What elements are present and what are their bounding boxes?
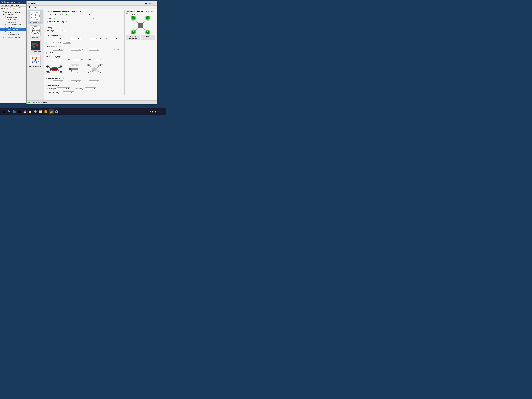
close-button[interactable]: ✕	[152, 2, 156, 5]
nav-sensor-information[interactable]: Sensor Information	[28, 10, 43, 24]
gyro-row: X Y Z Temperature (C)	[46, 48, 123, 54]
yaw-input[interactable]	[94, 59, 105, 61]
roll-input[interactable]	[53, 59, 63, 61]
sensor-status-section: Sensor and Motor Speed Controller Status…	[46, 10, 123, 23]
gyro-z-input[interactable]	[89, 48, 99, 51]
taskbar-edge[interactable]: 🌐	[12, 109, 17, 114]
pitch-input[interactable]	[73, 59, 84, 61]
edge-icon: 🌐	[13, 110, 16, 113]
taskbar-firefox[interactable]: 🦊	[22, 109, 27, 114]
status-imu: Orientation Sensor (IMU) ✔	[46, 13, 87, 16]
gyro-x-input[interactable]	[53, 48, 63, 51]
cm-menu-help[interactable]: Help	[15, 4, 19, 6]
taskbar-file-explorer[interactable]: 📁	[27, 109, 33, 114]
status-pressure: Pressure Sensor ✔	[89, 13, 123, 16]
help-icon[interactable]: ❓	[18, 7, 21, 10]
svg-point-44	[59, 65, 62, 66]
taskbar-start[interactable]: ⊞	[1, 109, 6, 114]
cm-menu-view[interactable]: View	[10, 4, 15, 6]
taskbar-image[interactable]: 🖼️	[43, 109, 49, 114]
speed-ctrl-help-button[interactable]: Help	[141, 35, 155, 40]
height-input[interactable]	[63, 91, 74, 94]
tree-item-disk-management[interactable]: 💿Disk Management	[0, 33, 28, 36]
svg-line-58	[89, 65, 93, 68]
minimize-button[interactable]: ─	[144, 2, 148, 5]
qx-menu-help[interactable]: Help	[32, 6, 37, 8]
taskbar-shield[interactable]: 🛡️	[33, 109, 38, 114]
maximize-button[interactable]: □	[148, 2, 152, 5]
back-icon[interactable]: ◀	[1, 7, 3, 10]
accel-z-input[interactable]	[89, 38, 99, 40]
compass-y-label: Y	[64, 81, 70, 82]
properties-icon[interactable]: ℹ	[16, 7, 18, 10]
taskbar-date: 12/22/2	[160, 112, 165, 114]
gyroscope-section: Gyroscope (deg/s) X Y Z Temperature (C)	[46, 45, 123, 54]
windows-icon: ⊞	[3, 110, 5, 113]
taskbar-time: 11:07	[160, 110, 165, 112]
up-icon[interactable]: ⬆	[6, 7, 8, 10]
speed-ctrl-buttons: ESC ID Assignment Help	[126, 35, 155, 40]
svg-point-8	[35, 15, 36, 17]
tree-item-system-tools[interactable]: ▼ 🔧 System Tools	[0, 13, 28, 16]
taskbar-clock[interactable]: 11:07 12/22/2	[160, 110, 165, 114]
tree-item-local-users[interactable]: 👥Local Users and Grou	[0, 23, 28, 26]
compass-x-input[interactable]	[53, 81, 63, 83]
tree-item-device-manager[interactable]: 💻Device Manager	[0, 28, 28, 31]
nav-device-information[interactable]: Device Information	[28, 54, 43, 68]
accel-x-label: X	[46, 38, 52, 40]
enable-testing-checkbox[interactable]	[126, 13, 128, 15]
esc-id-assignment-button[interactable]: ESC ID Assignment	[126, 35, 140, 40]
svg-point-18	[32, 43, 35, 45]
folder-icon[interactable]: 📂	[13, 7, 16, 10]
accel-x-input[interactable]	[53, 38, 63, 40]
enable-testing-row: Enable Testing	[126, 13, 155, 15]
tree-item-services[interactable]: ⚙️Services and Applicatio	[0, 36, 28, 38]
gyro-temp-input[interactable]	[46, 52, 54, 54]
magnitude-input[interactable]	[109, 38, 119, 40]
esc-label: Speed Controllers (ESC)	[46, 21, 64, 23]
gyro-temp-label: Temperature (C)	[111, 48, 122, 50]
taskbar-chrome[interactable]: ⬤	[17, 109, 22, 114]
gyro-y-input[interactable]	[71, 48, 81, 51]
svg-line-69	[97, 71, 97, 74]
svg-point-22	[32, 45, 33, 46]
sensor-data-panel: Sensor and Motor Speed Controller Status…	[46, 10, 124, 95]
cm-tree-content: ▼ 🖥️ Computer Management (Lo ▼ 🔧 System …	[0, 10, 28, 39]
forward-icon[interactable]: ▶	[3, 7, 6, 10]
gyro-title: Gyroscope (deg/s)	[46, 45, 123, 47]
tree-item-computer-management[interactable]: ▼ 🖥️ Computer Management (Lo	[0, 11, 28, 13]
cm-menu-file[interactable]: File	[1, 4, 4, 6]
voltage-input[interactable]	[55, 30, 66, 32]
taskbar-search[interactable]: 🔍	[6, 109, 12, 114]
pressure-input[interactable]	[57, 88, 70, 90]
svg-rect-47	[70, 68, 78, 70]
pressure-temp-input[interactable]	[85, 88, 96, 90]
tree-item-task-scheduler[interactable]: 📅Task Scheduler	[0, 16, 28, 18]
compass-z-input[interactable]	[89, 81, 99, 83]
qx-menu-file[interactable]: File	[28, 6, 32, 8]
tree-item-event-viewer[interactable]: 📋Event Viewer	[0, 18, 28, 21]
chrome-icon: ⬤	[18, 110, 21, 113]
tree-item-performance[interactable]: 📊Performance	[0, 26, 28, 28]
taskbar-350qx[interactable]: 🚁	[49, 109, 54, 114]
tree-item-shared-folders[interactable]: 📁Shared Folders	[0, 21, 28, 23]
taskbar-files[interactable]: 🗂️	[38, 109, 43, 114]
qx-statusbar: Connected on port COM9	[26, 100, 157, 104]
nav-calibration[interactable]: Calibration	[28, 25, 43, 38]
cm-menu-action[interactable]: Action	[5, 4, 10, 6]
systray-arrow-icon[interactable]: ^	[150, 111, 151, 112]
taskbar: ⊞ 🔍 🌐 ⬤ 🦊 📁 🛡️ 🗂️ 🖼️ 🚁 ⚙️	[0, 108, 166, 115]
compass-y-input[interactable]	[71, 81, 81, 83]
tree-item-storage[interactable]: ▼ 💾Storage	[0, 31, 28, 33]
nav-gps-information[interactable]: GPS Information	[28, 39, 43, 53]
accel-y-input[interactable]	[71, 38, 81, 40]
cm-toolbar: ◀ ▶ ⬆ 📋 📂 ℹ ❓	[0, 6, 28, 10]
taskbar-settings[interactable]: ⚙️	[54, 109, 59, 114]
pressure-title: Pressure Sensor	[46, 84, 123, 86]
enable-testing-label: Enable Testing	[129, 13, 139, 15]
compass-x-label: X	[46, 81, 52, 82]
accel-temp-input[interactable]	[63, 41, 71, 44]
battery-row: Voltage (V)	[46, 30, 123, 32]
show-hide-icon[interactable]: 📋	[9, 7, 12, 10]
status-compass: Compass ✔	[46, 17, 87, 20]
